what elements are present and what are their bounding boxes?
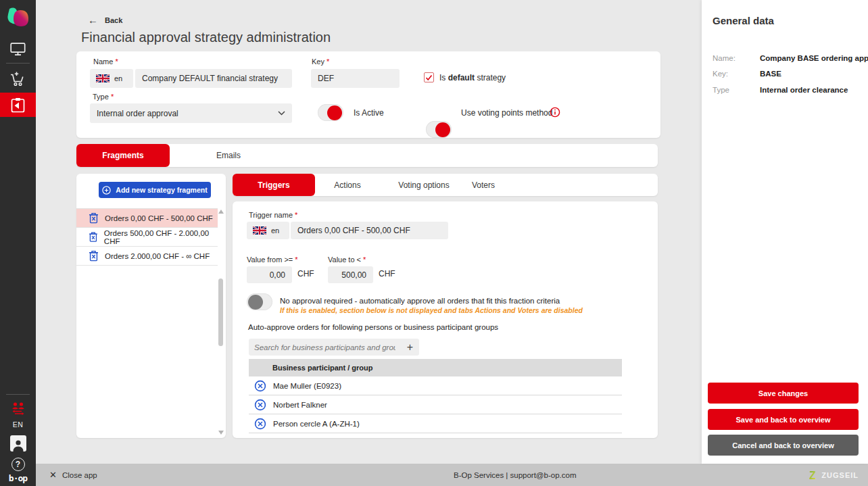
currency-label: CHF [297,269,314,278]
save-back-button[interactable]: Save and back to overview [708,409,859,430]
value-to-input[interactable] [328,266,373,283]
is-default-group: Is default strategy [424,72,506,82]
brand-name: ZUGSEIL [821,471,859,479]
trigger-name-input[interactable] [291,222,448,239]
trigger-language-selector[interactable]: en [247,222,289,239]
remove-icon[interactable] [254,418,266,430]
is-active-toggle[interactable] [318,104,343,121]
scroll-up-icon[interactable] [218,210,224,214]
no-approval-toggle[interactable] [247,293,272,310]
footer-services-text: B-Op Services | support@b-op.com [454,464,576,486]
is-default-label: Is default strategy [439,73,506,82]
tab-voters[interactable]: Voters [453,174,514,196]
general-data-title: General data [713,15,774,26]
monitor-icon [10,43,26,56]
zugseil-z-icon: Z [809,470,819,481]
trash-icon[interactable] [89,231,98,243]
sidebar-item-profile[interactable] [0,434,36,453]
people-swap-icon [11,402,26,416]
sidebar-language[interactable]: EN [0,419,36,430]
voting-points-label: Use voting points method [461,108,552,118]
language-label: EN [13,420,24,429]
scroll-down-icon[interactable] [218,431,224,435]
sidebar-divider-bottom [6,394,30,395]
trash-icon[interactable] [89,250,99,262]
footer-bar: ✕ Close app B-Op Services | support@b-op… [36,464,868,486]
gd-name-value: Company BASE ordering app... [760,54,868,62]
tab-emails[interactable]: Emails [198,144,259,167]
name-label: Name * [93,57,118,66]
remove-icon[interactable] [254,380,266,392]
gd-key-label: Key: [713,70,728,78]
sidebar-item-desktop[interactable] [0,39,36,60]
plus-circle-icon [102,186,111,195]
participant-search: + [249,339,419,356]
back-label: Back [105,16,122,24]
check-icon [425,74,433,81]
no-approval-note: If this is enabled, section below is not… [280,306,583,314]
uk-flag-icon [253,226,266,235]
value-from-label: Value from >= * [247,256,298,264]
participant-search-input[interactable] [249,343,401,351]
strategy-key-input[interactable] [311,69,400,88]
sidebar-bop-logo: b·op [0,472,36,484]
sidebar-divider [6,63,30,64]
fragment-list-item[interactable]: Orders 0,00 CHF - 500,00 CHF [76,209,218,228]
chevron-down-icon [278,111,285,116]
table-row: Person cercle A (A-ZH-1) [249,414,622,433]
info-icon[interactable] [550,107,560,118]
fragment-list-item[interactable]: Orders 500,00 CHF - 2.000,00 CHF [76,228,218,247]
strategy-name-input[interactable] [135,69,292,88]
fragment-list-scrollbar [217,208,224,436]
cancel-back-button[interactable]: Cancel and back to overview [708,435,859,456]
is-active-label: Is Active [354,108,384,118]
svg-text:Z: Z [809,470,816,481]
add-participant-icon[interactable]: + [401,341,419,354]
fragment-list: Orders 0,00 CHF - 500,00 CHF Orders 500,… [76,208,218,266]
close-app-button[interactable]: ✕ Close app [49,464,97,486]
remove-icon[interactable] [254,399,266,411]
sidebar-item-orders[interactable] [0,68,36,91]
is-default-checkbox[interactable] [424,72,434,82]
save-changes-button[interactable]: Save changes [708,383,859,404]
key-label: Key * [312,57,329,66]
close-app-label: Close app [62,471,97,479]
toggle-knob [248,295,263,310]
gd-type-label: Type [713,86,729,94]
tab-triggers[interactable]: Triggers [233,174,315,196]
gd-type-value: Internal order clearance [760,86,848,94]
gd-name-label: Name: [713,54,736,62]
value-from-input[interactable] [247,266,292,283]
cart-plus-icon [9,71,26,87]
help-icon: ? [11,458,25,471]
tab-actions[interactable]: Actions [317,174,378,196]
tab-voting-options[interactable]: Voting options [390,174,458,196]
name-language-selector[interactable]: en [90,69,133,88]
table-header: Business participant / group [249,359,622,376]
fragment-list-item[interactable]: Orders 2.000,00 CHF - ∞ CHF [76,247,218,266]
page-title: Financial approval strategy administrati… [81,30,331,45]
fragments-panel: Add new strategy fragment Orders 0,00 CH… [76,174,226,438]
language-code: en [114,74,122,82]
general-data-panel: General data Name: Company BASE ordering… [702,0,868,464]
voting-points-toggle[interactable] [426,121,452,138]
scrollbar-thumb[interactable] [218,278,223,346]
toggle-knob [327,105,342,120]
strategy-form-card: Name * en Key * Is default strategy Type… [76,51,660,138]
add-fragment-button[interactable]: Add new strategy fragment [99,182,211,198]
type-label: Type * [93,93,114,101]
trigger-tabbar: Triggers Actions Voting options Voters [233,174,658,196]
app-logo[interactable] [0,5,36,33]
back-button[interactable]: ← Back [88,14,122,26]
close-icon: ✕ [49,470,57,480]
type-select[interactable]: Internal order approval [90,103,292,123]
auto-approve-label: Auto-approve orders for following person… [248,323,498,331]
sidebar-item-switch-user[interactable] [0,399,36,417]
trigger-content-card: Trigger name * en Value from >= * Value … [233,201,658,438]
bop-logo-icon: b·op [9,473,27,483]
sidebar-item-help[interactable]: ? [0,457,36,472]
trash-icon[interactable] [89,212,99,224]
currency-label: CHF [379,269,395,278]
tab-fragments[interactable]: Fragments [76,144,170,167]
sidebar-item-approval-strategies[interactable] [0,93,36,117]
